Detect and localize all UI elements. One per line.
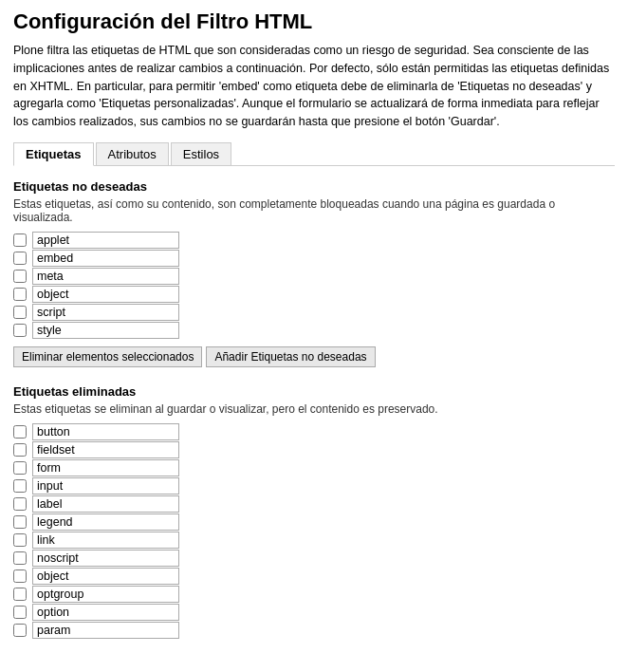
remove-unwanted-button[interactable]: Eliminar elementos seleccionados: [13, 346, 202, 367]
stripped-tags-list: buttonfieldsetforminputlabellegendlinkno…: [13, 423, 615, 639]
list-item: embed: [13, 250, 615, 267]
tag-checkbox[interactable]: [13, 497, 27, 511]
list-item: param: [13, 622, 615, 639]
list-item: style: [13, 322, 615, 339]
list-item: object: [13, 286, 615, 303]
tag-checkbox[interactable]: [13, 515, 27, 529]
tag-checkbox[interactable]: [13, 624, 27, 637]
tag-checkbox[interactable]: [13, 588, 27, 601]
tab-estilos[interactable]: Estilos: [171, 142, 231, 165]
list-item: legend: [13, 513, 615, 531]
unwanted-tags-section: Etiquetas no deseadas Estas etiquetas, a…: [13, 179, 615, 367]
list-item: applet: [13, 232, 615, 249]
list-item: object: [13, 568, 615, 585]
tag-checkbox[interactable]: [13, 443, 27, 457]
list-item: label: [13, 495, 615, 513]
tag-checkbox[interactable]: [13, 270, 27, 283]
add-unwanted-button[interactable]: Añadir Etiquetas no deseadas: [206, 346, 375, 367]
stripped-tags-title: Etiquetas eliminadas: [13, 384, 615, 399]
list-item: button: [13, 423, 615, 440]
list-item: optgroup: [13, 586, 615, 603]
list-item: fieldset: [13, 441, 615, 458]
list-item: link: [13, 532, 615, 549]
tag-name: noscript: [32, 550, 179, 567]
tag-name: link: [32, 532, 179, 549]
unwanted-tags-list: appletembedmetaobjectscriptstyle: [13, 232, 615, 339]
tag-checkbox[interactable]: [13, 606, 27, 619]
unwanted-tags-buttons: Eliminar elementos seleccionados Añadir …: [13, 346, 615, 367]
tag-name: meta: [32, 268, 179, 285]
unwanted-tags-title: Etiquetas no deseadas: [13, 179, 615, 194]
tag-checkbox[interactable]: [13, 306, 27, 319]
tag-checkbox[interactable]: [13, 324, 27, 337]
tag-name: input: [32, 477, 179, 495]
tag-name: fieldset: [32, 441, 179, 458]
tag-name: button: [32, 423, 179, 440]
tag-name: embed: [32, 250, 179, 267]
tag-checkbox[interactable]: [13, 461, 27, 475]
tag-name: label: [32, 495, 179, 513]
tag-name: form: [32, 459, 179, 476]
tag-checkbox[interactable]: [13, 252, 27, 265]
tag-name: param: [32, 622, 179, 639]
tag-checkbox[interactable]: [13, 551, 27, 565]
tag-name: object: [32, 286, 179, 303]
list-item: meta: [13, 268, 615, 285]
tag-name: style: [32, 322, 179, 339]
tab-bar: Etiquetas Atributos Estilos: [13, 142, 615, 166]
tag-name: legend: [32, 513, 179, 531]
tab-atributos[interactable]: Atributos: [96, 142, 169, 165]
tag-checkbox[interactable]: [13, 479, 27, 493]
tag-checkbox[interactable]: [13, 569, 27, 583]
unwanted-tags-description: Estas etiquetas, así como su contenido, …: [13, 197, 615, 224]
tag-name: option: [32, 604, 179, 621]
list-item: script: [13, 304, 615, 321]
list-item: input: [13, 477, 615, 495]
tab-etiquetas[interactable]: Etiquetas: [13, 142, 94, 166]
tag-name: applet: [32, 232, 179, 249]
tag-name: optgroup: [32, 586, 179, 603]
list-item: noscript: [13, 550, 615, 567]
tag-checkbox[interactable]: [13, 233, 27, 247]
list-item: option: [13, 604, 615, 621]
stripped-tags-section: Etiquetas eliminadas Estas etiquetas se …: [13, 384, 615, 639]
page-description: Plone filtra las etiquetas de HTML que s…: [13, 42, 615, 131]
tag-checkbox[interactable]: [13, 288, 27, 301]
tag-checkbox[interactable]: [13, 533, 27, 547]
tag-checkbox[interactable]: [13, 425, 27, 439]
stripped-tags-description: Estas etiquetas se eliminan al guardar o…: [13, 402, 615, 416]
tag-name: object: [32, 568, 179, 585]
tag-name: script: [32, 304, 179, 321]
page-title: Configuración del Filtro HTML: [13, 9, 615, 34]
list-item: form: [13, 459, 615, 476]
